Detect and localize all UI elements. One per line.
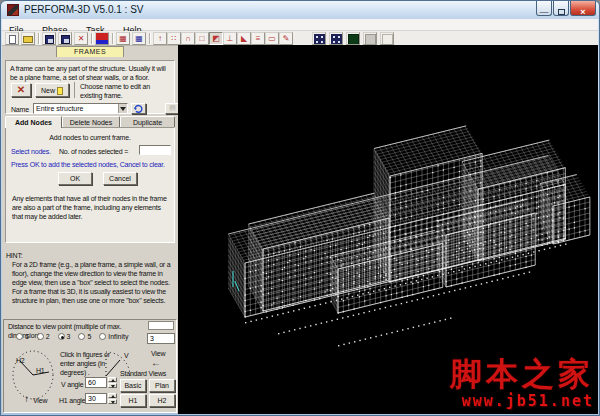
elements-note: Any elements that have all of their node… (12, 194, 170, 221)
choose-name-hint: Choose name to edit an existing frame. (80, 82, 172, 100)
new-file-icon[interactable] (5, 32, 19, 45)
disabled-tool-icon (363, 32, 377, 45)
radio-5[interactable] (78, 333, 85, 340)
view-label-left: View (33, 396, 47, 405)
toolbar-separator (91, 33, 92, 44)
distance-radio-group: 1 2 3 5 Infinity (16, 333, 176, 345)
minimize-button[interactable]: — (536, 1, 552, 16)
add-nodes-instruction: Add nodes to current frame. (6, 133, 174, 142)
press-ok-text: Press OK to add the selected nodes, Canc… (11, 160, 173, 169)
refresh-button[interactable] (131, 103, 146, 114)
h2-axis-label: H2 (16, 356, 25, 365)
menu-bar: File Phase Task Help (2, 19, 598, 31)
plan-view-button[interactable]: Plan (149, 379, 175, 392)
name-label: Name (11, 105, 29, 114)
save-film-icon[interactable] (329, 32, 343, 45)
tab-add-nodes[interactable]: Add Nodes (5, 116, 62, 128)
maximize-button[interactable] (553, 1, 569, 16)
save-picture-icon[interactable] (312, 32, 326, 45)
toolbar-separator (38, 33, 39, 44)
radio-3-label: 3 (67, 333, 71, 340)
radio-2-label: 2 (46, 333, 50, 340)
h1-view-button[interactable]: H1 (120, 394, 146, 407)
divider (74, 82, 75, 98)
minimize-icon: — (540, 7, 549, 17)
select-nodes-icon[interactable]: ∷ (167, 32, 181, 45)
nodes-selected-input[interactable] (139, 145, 171, 155)
new-doc-icon (57, 87, 63, 95)
h1-axis-label: H1 (36, 366, 45, 375)
radio-5-label: 5 (87, 333, 91, 340)
radio-1-label: 1 (25, 333, 29, 340)
radio-3[interactable] (58, 333, 65, 340)
h1-angle-label: H1 angle (59, 396, 85, 405)
ok-button[interactable]: OK (58, 172, 92, 185)
cancel-button[interactable]: Cancel (103, 172, 137, 185)
select-nodes-link[interactable]: Select nodes. (11, 147, 51, 156)
gravity-loads-icon[interactable]: ↑ (153, 32, 167, 45)
view-direction-panel: Distance to view point (multiple of max.… (3, 319, 177, 413)
structure-red-icon[interactable]: ▦ (116, 32, 130, 45)
view-left-arrow-icon: ← (151, 357, 161, 368)
h1-angle-spinner[interactable] (108, 393, 117, 404)
nodes-selected-label: No. of nodes selected = (59, 147, 128, 156)
hint-title: HINT: (6, 251, 23, 260)
frames-panel: A frame can be any part of the structure… (2, 58, 178, 413)
frames-mode-icon[interactable]: ◩ (209, 32, 223, 45)
element-tool-icon[interactable]: ◣ (237, 32, 251, 45)
toolbar-separator (149, 33, 150, 44)
new-frame-button[interactable]: New (35, 83, 69, 97)
display-colors-icon[interactable] (95, 32, 109, 45)
window-title: PERFORM-3D V5.0.1 : SV (24, 4, 143, 15)
v-angle-spinner[interactable] (108, 377, 117, 388)
app-window: PERFORM-3D V5.0.1 : SV — × File Phase Ta… (0, 0, 600, 416)
delete-frame-button[interactable]: ✕ (11, 83, 31, 97)
v-angle-input[interactable] (85, 377, 107, 388)
hint-paragraph-2: For a frame that is 3D, it is usually ea… (12, 287, 172, 305)
list-tool-icon[interactable]: ≡ (251, 32, 265, 45)
cut-icon[interactable]: ✕ (74, 32, 88, 45)
app-icon (7, 4, 19, 16)
save-as-icon[interactable] (58, 32, 72, 45)
standard-views-label: Standard Views (120, 369, 166, 378)
distance-input[interactable] (147, 333, 175, 344)
v-axis-label: V (124, 351, 128, 360)
task-tab-strip: FRAMES (2, 46, 178, 58)
radio-1[interactable] (16, 333, 23, 340)
h2-view-button[interactable]: H2 (149, 394, 175, 407)
structure-blue-icon[interactable]: ▦ (132, 32, 146, 45)
h1-angle-input[interactable] (85, 393, 107, 404)
radio-2[interactable] (37, 333, 44, 340)
save-icon[interactable] (42, 32, 56, 45)
spinner-down-icon[interactable] (108, 399, 117, 404)
maximize-icon (558, 9, 565, 15)
close-icon: × (580, 7, 585, 17)
3d-viewport[interactable]: 脚本之家 www.jb51.net (178, 45, 598, 414)
add-nodes-tab-panel: Add nodes to current frame. Select nodes… (5, 127, 175, 243)
node-tool-icon[interactable]: ⊥ (223, 32, 237, 45)
pushover-curve-icon[interactable]: ∩ (181, 32, 195, 45)
close-button[interactable]: × (570, 1, 596, 16)
frame-box-icon[interactable]: □ (195, 32, 209, 45)
frame-name-combobox[interactable]: Entire structure (33, 103, 128, 114)
frame-description: A frame can be any part of the structure… (10, 64, 172, 82)
spinner-down-icon[interactable] (108, 383, 117, 388)
refresh-icon (133, 104, 144, 113)
basic-view-button[interactable]: Basic (120, 379, 146, 392)
open-folder-icon[interactable] (21, 32, 35, 45)
radio-infinity-label: Infinity (108, 333, 128, 340)
v-angle-label: V angle (61, 380, 83, 389)
screen-capture-icon[interactable] (346, 32, 360, 45)
distance-extra-field[interactable] (148, 321, 174, 330)
radio-infinity[interactable] (99, 333, 106, 340)
frames-tab[interactable]: FRAMES (56, 46, 124, 57)
chevron-down-icon[interactable] (118, 104, 127, 113)
hint-paragraph-1: For a 2D frame (e.g., a plane frame, a s… (12, 260, 172, 287)
print-tool-icon[interactable]: ▭ (265, 32, 279, 45)
frame-select-groupbox: A frame can be any part of the structure… (5, 60, 175, 114)
edit-tool-icon[interactable]: ✎ (279, 32, 293, 45)
notes-tool-icon[interactable] (380, 32, 394, 45)
structure-wireframe-canvas[interactable] (178, 45, 598, 414)
title-bar: PERFORM-3D V5.0.1 : SV — × (1, 1, 599, 19)
spinner-up-icon[interactable] (108, 393, 117, 398)
